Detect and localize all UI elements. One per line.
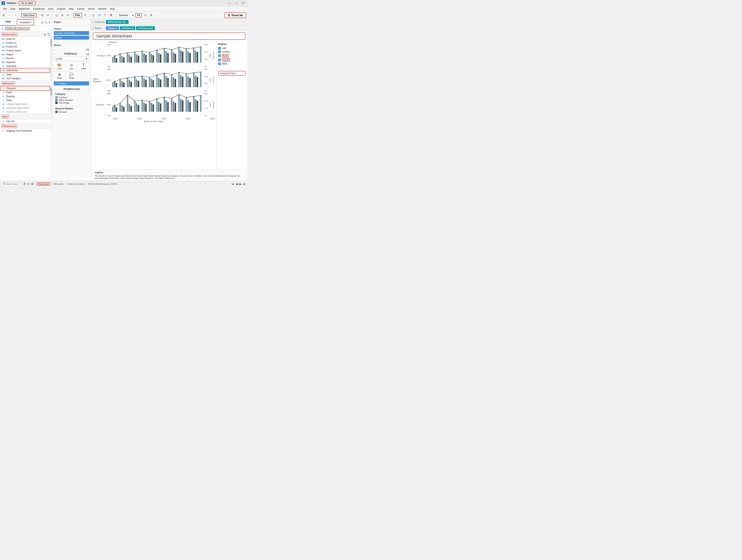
data-pane-button[interactable]: Data Pane <box>21 13 37 17</box>
field-state[interactable]: ⊕ State <box>0 73 50 77</box>
field-order-id[interactable]: Abc Order ID <box>0 37 50 41</box>
tooltip-button[interactable]: 💬 Tooltip <box>66 71 77 80</box>
link-button[interactable]: 🔗 <box>96 13 102 17</box>
checkbox-west[interactable]: ✓ <box>218 62 221 65</box>
search-icon[interactable]: 🔍 <box>44 21 47 24</box>
field-discount[interactable]: # Discount <box>0 86 50 91</box>
standard-dropdown[interactable]: Standard Fit Width Fit Height Entire Vie… <box>117 13 135 17</box>
field-num-records[interactable]: # Number of Records <box>0 110 50 114</box>
field-longitude[interactable]: ⊕ Longitude (generated) <box>0 106 50 110</box>
go-to-start-button[interactable]: Go to Start <box>19 1 36 5</box>
filter-east: ✓ East <box>218 54 246 57</box>
dimensions-scrollbar[interactable] <box>50 37 52 81</box>
checkbox-east[interactable]: ✓ <box>218 54 221 57</box>
avg-discount-rows-pill[interactable]: AVG(Discount) <box>136 26 155 30</box>
mark-type-select[interactable]: 📊 Bar ▼ <box>54 57 89 61</box>
menu-analysis[interactable]: Analysis <box>55 7 67 11</box>
status-delete-icon[interactable]: 🗑 <box>31 182 34 186</box>
detail-button[interactable]: ⊕ Detail <box>54 71 65 80</box>
marks-sum-expand-icon[interactable]: ∧ <box>54 53 55 55</box>
close-button[interactable]: ✕ <box>241 1 246 5</box>
field-profit[interactable]: # Profit <box>0 91 50 95</box>
menu-worksheet[interactable]: Worksheet <box>17 7 31 11</box>
menu-format[interactable]: Format <box>75 7 86 11</box>
sum-avg-discount: SUM of AVG(Discount): 2221% <box>88 183 117 185</box>
menu-story[interactable]: Story <box>47 7 55 11</box>
checkbox-central[interactable]: ✓ <box>218 50 221 53</box>
field-latitude[interactable]: ⊕ Latitude (generated) <box>0 102 50 106</box>
data-source-label[interactable]: Orders (My Superstore) <box>5 27 30 30</box>
checkbox-all[interactable]: ✓ <box>218 47 221 50</box>
field-quantity[interactable]: # Quantity <box>0 95 50 98</box>
underline-button[interactable]: U̲ <box>91 13 96 17</box>
pills-button[interactable]: Pills <box>73 13 82 17</box>
tab-data[interactable]: Data <box>0 19 16 26</box>
filter-region[interactable]: Region <box>54 36 89 40</box>
menu-map[interactable]: Map <box>67 7 75 11</box>
menu-server[interactable]: Server <box>86 7 96 11</box>
duplicate-button[interactable]: ⧉ <box>60 13 64 17</box>
device-button[interactable]: 🖥 <box>148 13 154 17</box>
pin-button[interactable]: 📌 <box>108 13 114 17</box>
menu-data[interactable]: Data <box>9 7 17 11</box>
menu-dashboard[interactable]: Dashboard <box>32 7 46 11</box>
swap-button[interactable]: ⇄ <box>65 13 70 17</box>
furniture-sales-label: Sales <box>209 44 212 67</box>
expand-icon[interactable]: ▼ <box>48 21 51 24</box>
menu-window[interactable]: Window <box>97 7 108 11</box>
sort-button[interactable]: ⇅ <box>83 13 88 17</box>
text-button[interactable]: T <box>103 13 107 17</box>
svg-rect-51 <box>130 82 132 87</box>
home-button[interactable]: ⚙ <box>1 13 6 17</box>
maximize-button[interactable]: □ <box>234 1 238 5</box>
field-shipping-cost-param[interactable]: # Shipping Cost Parameter <box>0 129 52 133</box>
field-sales[interactable]: # Sales <box>0 98 50 102</box>
category-rows-pill[interactable]: Category <box>106 26 119 30</box>
new-sheet-button[interactable]: ⊞ <box>40 13 45 17</box>
tab-analytics[interactable]: Analytics <box>17 19 34 25</box>
field-ship-mode[interactable]: Abc Ship Mode <box>0 68 50 73</box>
avg-expand-icon[interactable]: ∨ <box>54 88 55 90</box>
category-pill[interactable]: ⠿ Category <box>54 81 89 86</box>
next-button[interactable]: ▶ <box>240 183 242 186</box>
forward-button[interactable]: → <box>13 13 18 17</box>
field-segment[interactable]: Abc Segment <box>0 60 50 64</box>
measures-scrollbar[interactable] <box>50 86 52 114</box>
search-dim-icon[interactable]: 🔍 <box>47 33 50 36</box>
bar-chart-button[interactable]: 📊 <box>54 13 59 17</box>
color-button[interactable]: 🎨 Color <box>54 62 65 71</box>
data-source-tab[interactable]: 🗄 Data Source <box>2 182 20 186</box>
prev-prev-button[interactable]: ⏮ <box>231 183 234 186</box>
field-product-id[interactable]: Abc Product ID <box>0 45 50 49</box>
minimize-button[interactable]: — <box>227 1 232 5</box>
status-add-icon[interactable]: ⊞ <box>23 182 26 186</box>
present-button[interactable]: ⊡ <box>143 13 148 17</box>
back-button[interactable]: ← <box>7 13 12 17</box>
next-next-button[interactable]: ⏭ <box>243 183 246 186</box>
checkbox-south[interactable]: ✓ <box>218 59 221 61</box>
grid-view-icon[interactable]: ⊞ <box>44 33 46 36</box>
field-region[interactable]: Abc Region <box>0 53 50 56</box>
label-button[interactable]: T Label <box>78 62 89 71</box>
status-duplicate-icon[interactable]: ⧉ <box>28 182 30 186</box>
field-product-name[interactable]: Abc Product Name <box>0 49 50 53</box>
fit-button[interactable]: Fit <box>136 13 142 17</box>
field-ship-date[interactable]: ⊕ Ship Date <box>0 64 50 68</box>
month-order-date-pill[interactable]: MONTH(Order Da.. <box>106 20 128 24</box>
field-city-set[interactable]: ⊕ City Set <box>0 119 52 123</box>
refresh-button[interactable]: ↺ <box>45 13 50 17</box>
menu-help[interactable]: Help <box>108 7 116 11</box>
sum-sales-rows-pill[interactable]: SUM(Sales) <box>120 26 136 30</box>
show-me-button[interactable]: ☰ Show Me <box>224 12 246 18</box>
field-row-id[interactable]: # Row ID <box>0 56 50 60</box>
marks-expand-icon[interactable]: ∨ <box>54 49 55 51</box>
prev-button[interactable]: ◀ <box>236 183 238 186</box>
size-button[interactable]: ⊙ Size <box>66 62 77 71</box>
filter-country[interactable]: Country: United Stat.. <box>54 31 89 35</box>
field-postal-code[interactable]: ⊕ Postal Co.. <box>0 41 50 45</box>
marks-sum-label[interactable]: SUM(Sales) <box>64 52 77 55</box>
avg-collapse-icon[interactable]: ∧ <box>88 88 89 90</box>
field-sub-category[interactable]: Abc Sub-Category <box>0 77 50 81</box>
avg-label[interactable]: AVG(Discount) <box>63 88 80 91</box>
menu-file[interactable]: File <box>2 7 8 11</box>
